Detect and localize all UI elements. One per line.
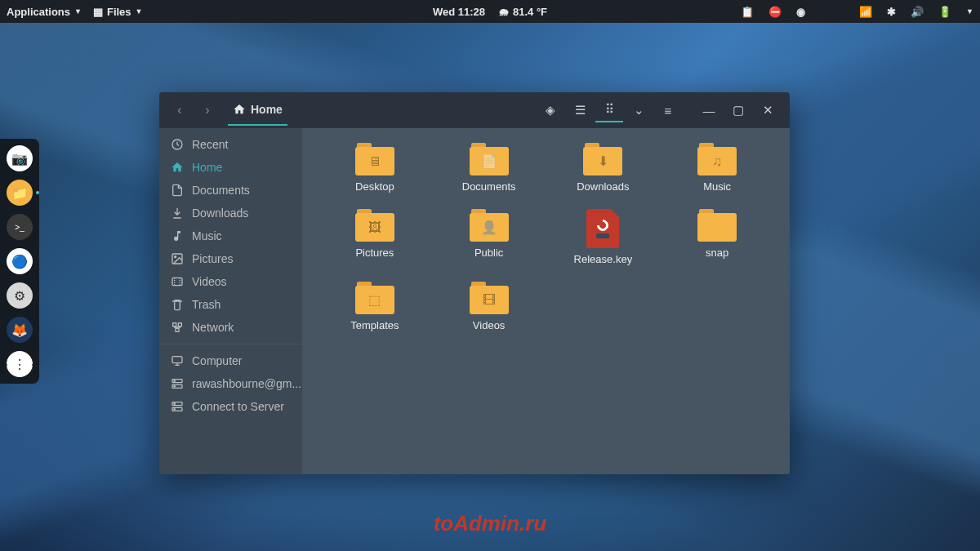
file-item-label: Public	[474, 247, 503, 259]
view-options-button[interactable]: ⌄	[625, 98, 653, 122]
battery-icon[interactable]: 🔋	[938, 6, 951, 18]
sidebar-item-label: Music	[192, 229, 222, 242]
file-manager-content[interactable]: 🖥Desktop📄Documents⬇Downloads♫Music🖼Pictu…	[302, 128, 790, 474]
file-item[interactable]: 📄Documents	[436, 143, 542, 193]
server-icon	[171, 377, 184, 390]
clipboard-icon[interactable]: 📋	[741, 6, 754, 18]
server-icon	[171, 400, 184, 413]
sidebar-item-label: Downloads	[192, 207, 248, 220]
applications-menu[interactable]: Applications ▼	[7, 6, 82, 18]
folder-icon: 🖥	[355, 143, 394, 176]
temperature-text: 81.4 °F	[513, 6, 547, 18]
sidebar-item-account[interactable]: rawashbourne@gm...	[159, 372, 302, 395]
music-icon	[171, 229, 184, 242]
file-item-label: Videos	[473, 319, 506, 331]
bluetooth-icon[interactable]: ✱	[887, 6, 896, 18]
view-grid-button[interactable]: ⠿	[595, 98, 623, 122]
folder-icon: ♫	[697, 143, 737, 176]
file-item[interactable]: 👤Public	[436, 209, 542, 265]
folder-icon: ⬇	[583, 143, 622, 176]
sidebar-item-label: Home	[192, 161, 222, 174]
file-item-label: Downloads	[577, 180, 629, 193]
file-item[interactable]: snap	[664, 209, 770, 265]
svg-rect-3	[172, 278, 182, 285]
files-menu[interactable]: ▦ Files ▼	[93, 6, 143, 18]
minimize-button[interactable]: —	[695, 98, 723, 122]
close-button[interactable]: ✕	[754, 98, 782, 122]
sidebar-item-network[interactable]: Network	[159, 316, 302, 339]
network-icon	[171, 321, 184, 334]
file-item[interactable]: ⬚Templates	[322, 282, 428, 331]
chevron-down-icon: ▼	[74, 7, 82, 16]
svg-point-10	[174, 380, 175, 381]
file-item[interactable]: Release.key	[550, 209, 657, 265]
weather-indicator[interactable]: 🌧 81.4 °F	[498, 6, 547, 18]
sidebar-item-music[interactable]: Music	[159, 224, 302, 247]
files-label: Files	[107, 6, 131, 18]
top-panel: Applications ▼ ▦ Files ▼ Wed 11:28 🌧 81.…	[0, 0, 980, 23]
home-icon	[233, 103, 246, 116]
view-list-button[interactable]: ☰	[566, 98, 594, 122]
svg-rect-7	[172, 357, 182, 363]
sidebar-item-label: Documents	[192, 184, 250, 197]
sidebar-item-downloads[interactable]: Downloads	[159, 202, 302, 224]
svg-point-15	[174, 409, 175, 410]
applications-label: Applications	[7, 6, 70, 18]
wifi-icon[interactable]: 📶	[859, 6, 872, 18]
file-item[interactable]: 🖥Desktop	[322, 143, 428, 193]
dock-item-apps-grid[interactable]: ⋮⋮⋮	[7, 351, 33, 377]
location-button[interactable]: ◈	[537, 98, 564, 122]
breadcrumb-label: Home	[251, 103, 283, 116]
sidebar-item-label: Network	[192, 321, 234, 334]
weather-icon: 🌧	[498, 6, 509, 18]
folder-icon: 📄	[470, 143, 509, 176]
file-item[interactable]: 🎞Videos	[436, 282, 542, 331]
sidebar-item-videos[interactable]: Videos	[159, 270, 302, 293]
dock-item-settings[interactable]: ⚙	[7, 282, 33, 309]
sidebar-item-recent[interactable]: Recent	[159, 133, 302, 156]
hamburger-menu-button[interactable]: ≡	[654, 98, 682, 122]
dock-item-files[interactable]: 📁	[7, 180, 33, 206]
chrome-tray-icon[interactable]: ◉	[796, 6, 805, 18]
dock-item-firefox[interactable]: 🦊	[7, 317, 33, 343]
doc-icon	[171, 184, 184, 197]
sidebar-item-documents[interactable]: Documents	[159, 179, 302, 202]
dock-item-chrome[interactable]: 🔵	[7, 248, 33, 274]
file-item[interactable]: ⬇Downloads	[550, 143, 657, 193]
system-menu-chevron-icon[interactable]: ▼	[966, 7, 973, 16]
watermark-text: toAdmin.ru	[434, 511, 547, 536]
folder-icon: 🖼	[355, 209, 394, 242]
file-item-label: Documents	[462, 180, 516, 193]
files-panel-icon: ▦	[93, 6, 103, 18]
video-icon	[171, 275, 184, 288]
sidebar-item-label: Videos	[192, 275, 227, 288]
dock: 📷📁>_🔵⚙🦊⋮⋮⋮	[0, 139, 39, 384]
file-item-label: Music	[703, 180, 731, 193]
sidebar-item-label: Computer	[192, 354, 242, 367]
svg-rect-5	[178, 323, 181, 327]
sidebar-item-label: Connect to Server	[192, 400, 284, 413]
sidebar-item-pictures[interactable]: Pictures	[159, 247, 302, 270]
sidebar-item-computer[interactable]: Computer	[159, 349, 302, 372]
sidebar-item-connect[interactable]: Connect to Server	[159, 395, 302, 418]
maximize-button[interactable]: ▢	[724, 98, 752, 122]
volume-icon[interactable]: 🔊	[911, 6, 924, 18]
dock-item-screenshot[interactable]: 📷	[7, 145, 33, 171]
nav-back-button[interactable]: ‹	[167, 98, 192, 122]
file-item[interactable]: 🖼Pictures	[322, 209, 428, 265]
dock-item-terminal[interactable]: >_	[7, 214, 33, 240]
trash-icon	[171, 298, 184, 311]
folder-icon: 🎞	[470, 282, 509, 314]
clock-text[interactable]: Wed 11:28	[433, 6, 485, 18]
sidebar-item-label: Recent	[192, 138, 228, 151]
image-icon	[171, 252, 184, 265]
file-item-label: Templates	[350, 319, 399, 331]
sidebar-item-trash[interactable]: Trash	[159, 293, 302, 316]
nav-forward-button[interactable]: ›	[195, 98, 220, 122]
sidebar-item-home[interactable]: Home	[159, 156, 302, 179]
svg-rect-4	[173, 323, 176, 327]
file-manager-sidebar: RecentHomeDocumentsDownloadsMusicPicture…	[159, 128, 302, 474]
breadcrumb[interactable]: Home	[228, 103, 287, 126]
no-entry-icon[interactable]: ⛔	[768, 6, 782, 18]
file-item[interactable]: ♫Music	[664, 143, 770, 193]
